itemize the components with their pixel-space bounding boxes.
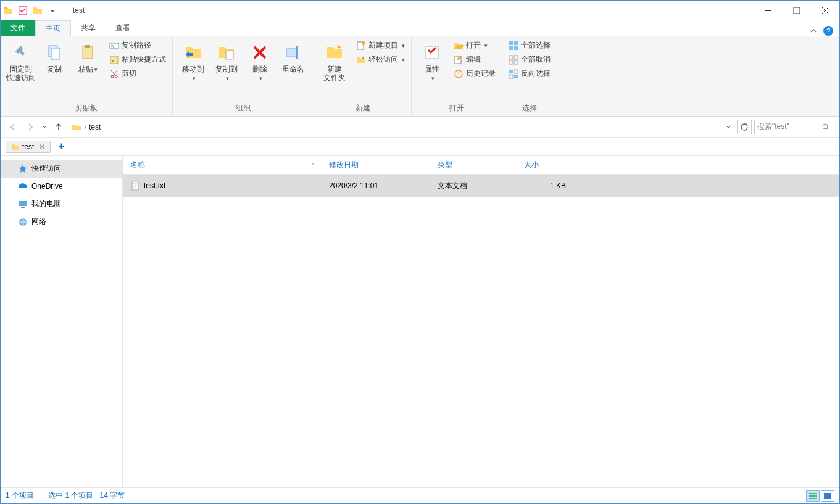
column-type[interactable]: 类型 bbox=[430, 156, 517, 174]
properties-button[interactable]: 属性▾ bbox=[415, 39, 449, 84]
text-file-icon bbox=[130, 181, 140, 191]
copy-path-button[interactable]: w复制路径 bbox=[107, 39, 168, 52]
svg-rect-13 bbox=[226, 51, 233, 59]
paste-shortcut-button[interactable]: 粘贴快捷方式 bbox=[107, 53, 168, 66]
svg-rect-31 bbox=[509, 75, 513, 78]
sidebar-item-this-pc[interactable]: 我的电脑 bbox=[1, 195, 122, 213]
svg-point-17 bbox=[362, 41, 365, 45]
pc-icon bbox=[18, 199, 28, 209]
up-button[interactable] bbox=[51, 120, 66, 134]
window-title: test bbox=[73, 6, 85, 15]
svg-rect-3 bbox=[794, 7, 800, 14]
svg-rect-15 bbox=[296, 46, 298, 59]
close-tab-icon[interactable]: ✕ bbox=[39, 143, 45, 151]
close-button[interactable] bbox=[811, 1, 839, 20]
copy-to-button[interactable]: 复制到▾ bbox=[210, 39, 243, 84]
scissors-icon bbox=[109, 69, 119, 79]
open-icon bbox=[454, 41, 464, 51]
search-icon bbox=[821, 123, 830, 131]
select-all-button[interactable]: 全部选择 bbox=[506, 39, 553, 52]
sidebar-item-network[interactable]: 网络 bbox=[1, 213, 122, 231]
history-button[interactable]: 历史记录 bbox=[451, 67, 498, 80]
svg-rect-40 bbox=[809, 495, 812, 497]
select-none-icon bbox=[509, 55, 518, 65]
open-button[interactable]: 打开▾ bbox=[451, 39, 498, 52]
back-button[interactable] bbox=[6, 120, 20, 134]
history-icon bbox=[454, 69, 464, 79]
rename-button[interactable]: 重命名 bbox=[277, 39, 310, 75]
column-name[interactable]: 名称^ bbox=[123, 156, 322, 174]
address-bar[interactable]: › test bbox=[69, 120, 734, 134]
easy-access-icon bbox=[356, 55, 366, 65]
tab-file[interactable]: 文件 bbox=[1, 20, 35, 36]
status-bar: 1 个项目 | 选中 1 个项目 14 字节 bbox=[1, 487, 839, 503]
folder-tab[interactable]: test ✕ bbox=[6, 141, 51, 153]
paste-button[interactable]: 粘贴▾ bbox=[71, 39, 104, 75]
shortcut-icon bbox=[109, 55, 119, 65]
tab-home[interactable]: 主页 bbox=[35, 20, 71, 36]
svg-rect-38 bbox=[809, 493, 812, 494]
qat-dropdown[interactable] bbox=[46, 4, 59, 17]
svg-rect-29 bbox=[509, 70, 513, 73]
file-type: 文本文档 bbox=[430, 181, 517, 191]
file-size: 1 KB bbox=[517, 181, 573, 190]
copy-button[interactable]: 复制 bbox=[38, 39, 71, 75]
breadcrumb[interactable]: test bbox=[89, 123, 101, 131]
save-icon[interactable] bbox=[17, 4, 29, 17]
new-item-icon bbox=[356, 41, 366, 51]
search-input[interactable]: 搜索"test" bbox=[754, 120, 834, 134]
star-icon bbox=[18, 164, 28, 174]
sidebar-item-onedrive[interactable]: OneDrive bbox=[1, 178, 122, 195]
file-row[interactable]: test.txt 2020/3/2 11:01 文本文档 1 KB bbox=[123, 175, 839, 197]
group-label-select: 选择 bbox=[506, 102, 553, 115]
svg-rect-30 bbox=[514, 70, 518, 73]
file-date: 2020/3/2 11:01 bbox=[322, 181, 430, 190]
svg-rect-2 bbox=[765, 10, 771, 11]
delete-button[interactable]: 删除▾ bbox=[243, 39, 277, 84]
tab-view[interactable]: 查看 bbox=[106, 20, 140, 36]
svg-point-33 bbox=[823, 124, 828, 129]
file-name: test.txt bbox=[144, 181, 165, 190]
column-size[interactable]: 大小 bbox=[517, 156, 573, 174]
select-all-icon bbox=[509, 41, 518, 51]
edit-button[interactable]: 编辑 bbox=[451, 53, 498, 66]
folder-tabs: test ✕ + bbox=[1, 138, 839, 156]
title-bar: test bbox=[1, 1, 839, 20]
tab-share[interactable]: 共享 bbox=[71, 20, 106, 36]
svg-text:w: w bbox=[110, 44, 115, 48]
refresh-button[interactable] bbox=[737, 120, 752, 134]
minimize-button[interactable] bbox=[754, 1, 783, 20]
svg-rect-21 bbox=[509, 41, 513, 45]
new-folder-button[interactable]: 新建 文件夹 bbox=[318, 39, 351, 84]
collapse-ribbon-icon[interactable] bbox=[810, 27, 817, 35]
group-label-new: 新建 bbox=[318, 102, 407, 115]
help-icon[interactable]: ? bbox=[823, 26, 833, 36]
ribbon-tabs: 文件 主页 共享 查看 ? bbox=[1, 20, 839, 36]
pin-quick-access-button[interactable]: 固定到 快速访问 bbox=[4, 39, 38, 84]
svg-rect-28 bbox=[514, 60, 518, 64]
view-large-icons-button[interactable] bbox=[821, 490, 834, 502]
address-dropdown-icon[interactable] bbox=[725, 124, 731, 130]
svg-rect-35 bbox=[21, 207, 25, 208]
path-icon: w bbox=[109, 41, 119, 51]
svg-rect-5 bbox=[51, 48, 60, 59]
folder-icon-2 bbox=[31, 4, 44, 17]
forward-button[interactable] bbox=[23, 120, 38, 134]
invert-selection-button[interactable]: 反向选择 bbox=[506, 67, 553, 80]
new-item-button[interactable]: 新建项目▾ bbox=[354, 39, 407, 52]
column-date[interactable]: 修改日期 bbox=[322, 156, 430, 174]
svg-rect-34 bbox=[19, 201, 27, 206]
sidebar-item-quick-access[interactable]: 快速访问 bbox=[1, 160, 122, 178]
add-tab-button[interactable]: + bbox=[54, 140, 69, 153]
group-open: 属性▾ 打开▾ 编辑 历史记录 打开 bbox=[412, 36, 502, 116]
cut-button[interactable]: 剪切 bbox=[107, 67, 168, 80]
svg-rect-22 bbox=[514, 41, 518, 45]
view-details-button[interactable] bbox=[806, 490, 820, 502]
status-item-count: 1 个项目 bbox=[6, 490, 34, 501]
easy-access-button[interactable]: 轻松访问▾ bbox=[354, 53, 407, 66]
move-to-button[interactable]: 移动到▾ bbox=[177, 39, 210, 84]
maximize-button[interactable] bbox=[783, 1, 811, 20]
select-none-button[interactable]: 全部取消 bbox=[506, 53, 553, 66]
svg-rect-7 bbox=[85, 45, 90, 48]
recent-dropdown[interactable] bbox=[40, 120, 49, 134]
